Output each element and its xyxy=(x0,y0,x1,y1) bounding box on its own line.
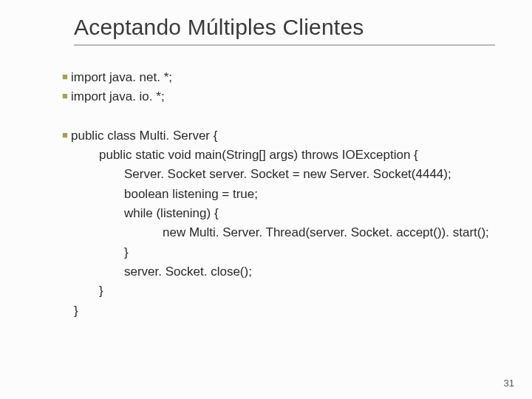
code-line: ■import java. net. *; xyxy=(74,68,495,87)
code-line: server. Socket. close(); xyxy=(74,262,495,282)
code-text: new Multi. Server. Thread(server. Socket… xyxy=(163,225,489,239)
code-block: ■import java. net. *; ■import java. io. … xyxy=(74,68,495,321)
code-text: while (listening) { xyxy=(124,206,219,220)
code-line: boolean listening = true; xyxy=(74,185,495,204)
code-text: } xyxy=(124,245,129,259)
code-line: public static void main(String[] args) t… xyxy=(74,146,495,165)
code-line: } xyxy=(74,301,495,321)
slide-title: Aceptando Múltiples Clientes xyxy=(74,15,495,46)
code-line: } xyxy=(74,243,495,262)
code-line: ■public class Multi. Server { xyxy=(74,126,495,146)
code-text: import java. net. *; xyxy=(71,70,172,84)
code-text: Server. Socket server. Socket = new Serv… xyxy=(124,167,451,181)
code-line: Server. Socket server. Socket = new Serv… xyxy=(74,165,495,184)
code-line: while (listening) { xyxy=(74,204,495,223)
code-text: public class Multi. Server { xyxy=(71,129,217,143)
slide: Aceptando Múltiples Clientes ■import jav… xyxy=(0,0,532,399)
code-text: } xyxy=(74,304,78,318)
code-text: boolean listening = true; xyxy=(124,187,258,201)
bullet-icon: ■ xyxy=(62,69,71,84)
code-text: import java. io. *; xyxy=(71,89,165,103)
code-text: } xyxy=(99,284,103,298)
blank-line xyxy=(74,107,495,126)
code-text: public static void main(String[] args) t… xyxy=(99,148,418,162)
code-line: } xyxy=(74,282,495,301)
page-number: 31 xyxy=(504,378,514,389)
bullet-icon: ■ xyxy=(62,89,71,103)
bullet-icon: ■ xyxy=(62,128,71,143)
code-text: server. Socket. close(); xyxy=(124,265,252,279)
code-line: ■import java. io. *; xyxy=(74,87,495,106)
code-line: new Multi. Server. Thread(server. Socket… xyxy=(74,223,495,242)
